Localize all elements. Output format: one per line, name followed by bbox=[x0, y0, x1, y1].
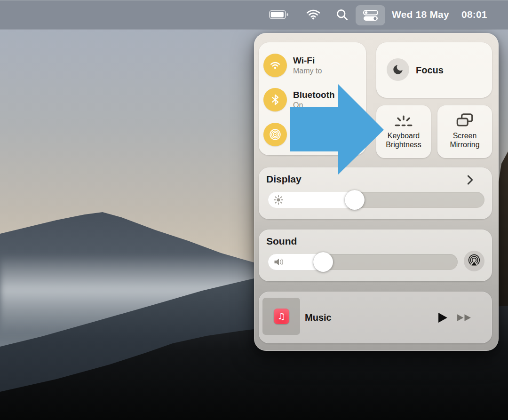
volume-speaker-icon bbox=[273, 257, 286, 267]
sound-volume-knob[interactable] bbox=[313, 252, 333, 272]
music-app-icon: ♫ bbox=[274, 309, 289, 324]
screenshot-root: Wed 18 May 08:01 Wi-Fi Mamy to bbox=[0, 0, 508, 420]
screen-mirroring-button[interactable]: Screen Mirroring bbox=[437, 105, 492, 158]
wifi-row[interactable]: Wi-Fi Mamy to bbox=[263, 54, 362, 77]
sound-label: Sound bbox=[266, 236, 297, 247]
music-artwork-well: ♫ bbox=[262, 298, 300, 335]
wifi-status: Mamy to bbox=[293, 67, 322, 75]
sound-volume-slider[interactable] bbox=[268, 254, 458, 270]
play-button[interactable] bbox=[438, 312, 448, 325]
menu-bar: Wed 18 May 08:01 bbox=[0, 0, 508, 29]
airplay-audio-button[interactable] bbox=[464, 251, 484, 271]
brightness-sun-icon bbox=[273, 195, 284, 205]
moon-icon bbox=[392, 63, 404, 76]
focus-toggle[interactable] bbox=[387, 58, 409, 81]
focus-label: Focus bbox=[416, 42, 444, 98]
display-card[interactable]: Display bbox=[259, 167, 492, 219]
fast-forward-button[interactable] bbox=[457, 314, 472, 324]
wifi-icon bbox=[269, 59, 282, 72]
screen-mirroring-icon bbox=[437, 112, 492, 129]
search-icon[interactable] bbox=[335, 8, 349, 22]
music-note-glyph: ♫ bbox=[277, 312, 285, 321]
bluetooth-label: Bluetooth bbox=[293, 90, 335, 100]
focus-button[interactable]: Focus bbox=[376, 42, 492, 98]
control-center-icon[interactable] bbox=[356, 5, 385, 25]
wifi-toggle[interactable] bbox=[263, 54, 287, 77]
display-brightness-knob[interactable] bbox=[345, 190, 365, 210]
display-brightness-slider[interactable] bbox=[268, 192, 484, 208]
display-label: Display bbox=[266, 174, 302, 185]
airdrop-toggle[interactable] bbox=[263, 123, 287, 146]
music-label: Music bbox=[305, 292, 332, 343]
wifi-label: Wi-Fi bbox=[293, 55, 322, 66]
airplay-audio-icon bbox=[467, 254, 481, 268]
keyboard-brightness-icon bbox=[376, 112, 431, 129]
music-card[interactable]: ♫ Music bbox=[259, 292, 492, 343]
airdrop-icon bbox=[269, 128, 282, 141]
bluetooth-icon bbox=[269, 94, 281, 106]
keyboard-brightness-label: Keyboard Brightness bbox=[378, 132, 429, 150]
play-icon bbox=[438, 312, 448, 323]
sound-card[interactable]: Sound bbox=[259, 230, 492, 281]
wifi-icon[interactable] bbox=[306, 8, 321, 21]
menu-bar-clock[interactable]: 08:01 bbox=[461, 0, 487, 29]
battery-icon[interactable] bbox=[269, 9, 290, 20]
chevron-right-icon[interactable] bbox=[467, 175, 473, 187]
screen-mirroring-label: Screen Mirroring bbox=[439, 132, 490, 150]
bluetooth-toggle[interactable] bbox=[263, 88, 287, 111]
fast-forward-icon bbox=[457, 314, 472, 322]
keyboard-brightness-button[interactable]: Keyboard Brightness bbox=[376, 105, 431, 158]
menu-bar-date[interactable]: Wed 18 May bbox=[392, 0, 449, 29]
